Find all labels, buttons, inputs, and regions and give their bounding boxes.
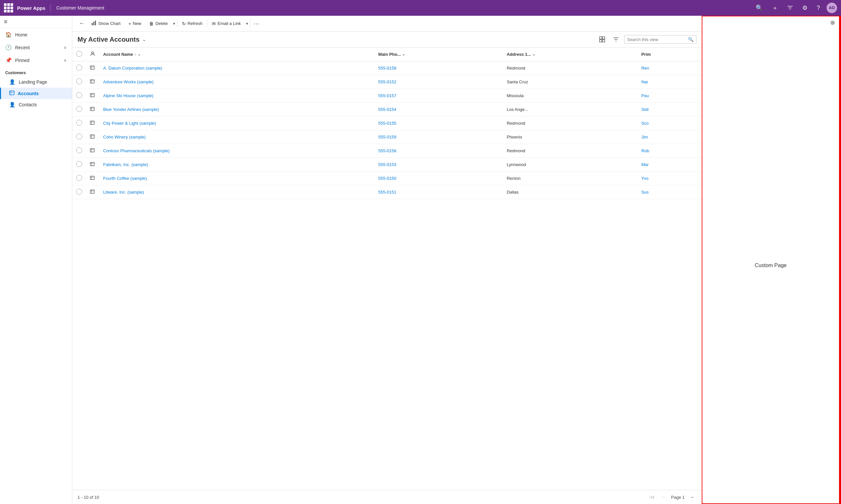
more-actions-button[interactable]: ⋯ (251, 19, 262, 29)
account-name-cell[interactable]: Litware, Inc. (sample) (99, 185, 375, 199)
account-name-cell[interactable]: Adventure Works (sample) (99, 75, 375, 89)
row-checkbox[interactable] (76, 106, 82, 112)
row-select-cell[interactable] (72, 144, 86, 158)
next-page-button[interactable]: → (687, 493, 697, 501)
row-checkbox[interactable] (76, 78, 82, 84)
row-select-cell[interactable] (72, 61, 86, 75)
sidebar-item-accounts[interactable]: Accounts (0, 88, 72, 99)
sidebar-item-contacts[interactable]: 👤 Contacts (0, 99, 72, 110)
phone-cell[interactable]: 555-0158 (375, 61, 503, 75)
phone-cell[interactable]: 555-0157 (375, 89, 503, 103)
delete-dropdown[interactable]: ▾ (172, 21, 176, 26)
sidebar-item-pinned[interactable]: 📌 Pinned ∨ (0, 54, 72, 67)
grid-view-button[interactable] (597, 35, 608, 44)
primary-cell[interactable]: Mar (637, 158, 702, 172)
first-page-button[interactable]: ⏮ (648, 493, 657, 501)
row-select-cell[interactable] (72, 89, 86, 103)
row-checkbox[interactable] (76, 175, 82, 181)
view-title-chevron-icon[interactable]: ⌄ (142, 37, 146, 42)
help-icon[interactable]: ? (814, 3, 823, 13)
phone-cell[interactable]: 555-0156 (375, 144, 503, 158)
account-name-cell[interactable]: City Power & Light (sample) (99, 116, 375, 130)
hamburger-icon: ≡ (4, 18, 7, 25)
account-name-cell[interactable]: Contoso Pharmaceuticals (sample) (99, 144, 375, 158)
row-select-cell[interactable] (72, 75, 86, 89)
prev-page-button[interactable]: ← (659, 493, 669, 501)
sidebar-toggle[interactable]: ≡ (0, 16, 72, 28)
custom-page-header: ⊗ (702, 16, 839, 28)
avatar[interactable]: AO (826, 3, 837, 13)
filter-icon[interactable] (785, 4, 796, 12)
phone-cell[interactable]: 555-0151 (375, 185, 503, 199)
select-all-header[interactable] (72, 48, 86, 61)
back-icon: ← (79, 20, 85, 27)
account-name-cell[interactable]: Coho Winery (sample) (99, 130, 375, 144)
account-name-cell[interactable]: Alpine Ski House (sample) (99, 89, 375, 103)
new-button[interactable]: + New (124, 19, 145, 28)
email-dropdown[interactable]: ▾ (245, 21, 250, 26)
sidebar-item-landing-page[interactable]: 👤 Landing Page (0, 76, 72, 88)
account-name-cell[interactable]: Blue Yonder Airlines (sample) (99, 103, 375, 116)
right-edge-bar (840, 16, 841, 504)
account-name-cell[interactable]: A. Datum Corporation (sample) (99, 61, 375, 75)
show-chart-button[interactable]: Show Chart (87, 18, 124, 29)
phone-cell[interactable]: 555-0154 (375, 103, 503, 116)
waffle-menu[interactable] (4, 3, 13, 13)
address-header[interactable]: Address 1... ⌄ (503, 48, 637, 61)
sidebar-item-recent[interactable]: 🕐 Recent ∨ (0, 41, 72, 54)
close-panel-button[interactable]: ⊗ (827, 18, 838, 28)
row-icon-cell (86, 75, 99, 89)
row-checkbox[interactable] (76, 147, 82, 153)
account-name-header[interactable]: Account Name ↑ ⌄ (99, 48, 375, 61)
search-icon[interactable]: 🔍 (688, 37, 693, 42)
settings-icon[interactable]: ⚙ (800, 3, 810, 13)
primary-cell[interactable]: Sus (637, 185, 702, 199)
primary-cell[interactable]: Jim (637, 130, 702, 144)
primary-cell[interactable]: Sco (637, 116, 702, 130)
row-checkbox[interactable] (76, 189, 82, 195)
row-select-cell[interactable] (72, 158, 86, 172)
primary-cell[interactable]: Ren (637, 61, 702, 75)
row-checkbox[interactable] (76, 65, 82, 71)
sort-filter-icon[interactable]: ⌄ (138, 52, 141, 56)
search-input[interactable] (627, 37, 686, 42)
primary-cell[interactable]: Nar (637, 75, 702, 89)
phone-cell[interactable]: 555-0152 (375, 75, 503, 89)
row-checkbox[interactable] (76, 133, 82, 140)
phone-cell[interactable]: 555-0159 (375, 130, 503, 144)
main-phone-header[interactable]: Main Pho... ⌄ (375, 48, 503, 61)
account-name-cell[interactable]: Fabrikam, Inc. (sample) (99, 158, 375, 172)
row-checkbox[interactable] (76, 161, 82, 167)
phone-cell[interactable]: 555-0150 (375, 172, 503, 185)
row-checkbox[interactable] (76, 120, 82, 126)
delete-button[interactable]: 🗑 Delete (145, 19, 172, 28)
recent-chevron-icon: ∨ (64, 45, 67, 50)
landing-page-icon: 👤 (9, 79, 15, 85)
table-header-row: Account Name ↑ ⌄ Main Pho... ⌄ (72, 48, 702, 61)
primary-cell[interactable]: Pau (637, 89, 702, 103)
row-select-cell[interactable] (72, 103, 86, 116)
row-select-cell[interactable] (72, 116, 86, 130)
primary-cell[interactable]: Yvo (637, 172, 702, 185)
row-select-cell[interactable] (72, 185, 86, 199)
select-all-checkbox[interactable] (76, 51, 82, 57)
row-checkbox[interactable] (76, 92, 82, 98)
filter-view-button[interactable] (611, 35, 621, 44)
email-link-button[interactable]: ✉ Email a Link (208, 19, 245, 28)
phone-cell[interactable]: 555-0155 (375, 116, 503, 130)
row-select-cell[interactable] (72, 130, 86, 144)
phone-cell[interactable]: 555-0153 (375, 158, 503, 172)
back-button[interactable]: ← (76, 19, 87, 28)
refresh-button[interactable]: ↻ Refresh (178, 19, 207, 28)
account-name-cell[interactable]: Fourth Coffee (sample) (99, 172, 375, 185)
phone-filter-icon[interactable]: ⌄ (402, 52, 405, 56)
primary-cell[interactable]: Sidr (637, 103, 702, 116)
add-icon[interactable]: ＋ (769, 3, 780, 13)
sort-asc-icon: ↑ (134, 53, 136, 56)
sidebar-recent-label: Recent (15, 45, 30, 50)
sidebar-item-home[interactable]: 🏠 Home (0, 28, 72, 41)
row-select-cell[interactable] (72, 172, 86, 185)
address-filter-icon[interactable]: ⌄ (532, 52, 535, 56)
global-search-icon[interactable]: 🔍 (753, 3, 766, 13)
primary-cell[interactable]: Rob (637, 144, 702, 158)
